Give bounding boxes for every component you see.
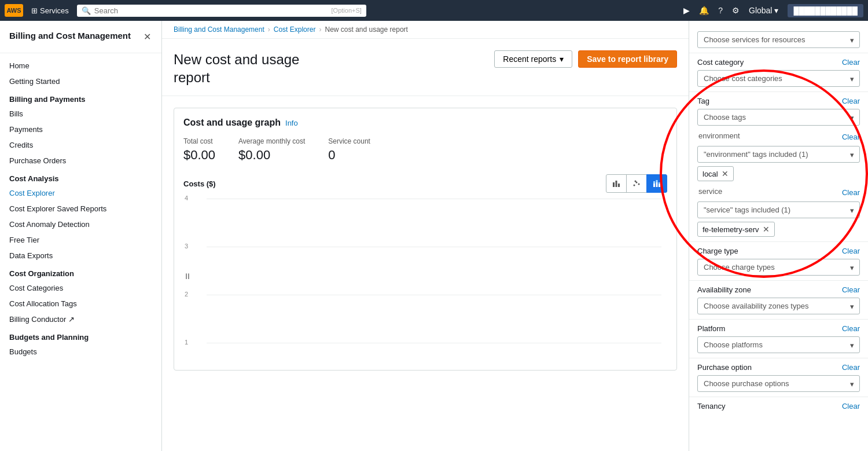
filter-availability-zone-section: Availability zone Clear Choose availabil… — [689, 281, 868, 320]
help-icon[interactable]: ? — [718, 6, 723, 15]
services-select[interactable]: Choose services for resources — [697, 31, 860, 48]
save-to-library-button[interactable]: Save to report library — [578, 50, 677, 68]
sidebar-item-home[interactable]: Home — [0, 58, 161, 74]
sidebar-item-cost-anomaly[interactable]: Cost Anomaly Detection — [0, 217, 161, 232]
search-icon: 🔍 — [82, 6, 91, 15]
account-menu[interactable]: ████████████ — [788, 4, 863, 17]
cost-category-header: Cost category Clear — [697, 58, 860, 67]
search-bar[interactable]: 🔍 [Option+S] — [77, 5, 366, 17]
nav-icons: ▶ 🔔 ? ⚙ Global ▾ ████████████ — [683, 4, 863, 17]
tag-select[interactable]: Choose tags — [697, 109, 860, 126]
service-tag-select[interactable]: "service" tags included (1) — [697, 201, 860, 218]
purchase-option-select[interactable]: Choose purchase options — [697, 375, 860, 392]
bell-icon[interactable]: 🔔 — [699, 6, 709, 15]
svg-rect-7 — [653, 184, 655, 187]
svg-rect-12 — [659, 182, 660, 184]
svg-point-5 — [638, 184, 640, 185]
sidebar-close-button[interactable]: ✕ — [142, 30, 152, 43]
service-count-value: 0 — [328, 148, 370, 163]
environment-tag-remove[interactable]: ✕ — [722, 169, 729, 178]
sidebar-item-cost-explorer-saved[interactable]: Cost Explorer Saved Reports — [0, 201, 161, 217]
scatter-chart-button[interactable] — [626, 174, 647, 193]
total-cost-stat: Total cost $0.00 — [183, 137, 215, 163]
services-button[interactable]: ⊞ Services — [28, 4, 72, 17]
service-tag-select-wrapper: "service" tags included (1) — [697, 201, 860, 218]
info-link[interactable]: Info — [285, 119, 298, 127]
environment-select[interactable]: "environment" tags included (1) — [697, 146, 860, 163]
page-title: New cost and usage report — [174, 50, 299, 86]
sidebar-item-billing-conductor[interactable]: Billing Conductor ↗ — [0, 311, 161, 327]
platform-select[interactable]: Choose platforms — [697, 336, 860, 353]
cost-category-select-wrapper: Choose cost categories — [697, 70, 860, 87]
service-tag-remove[interactable]: ✕ — [763, 225, 770, 234]
service-sub-filter: service Clear "service" tags included (1… — [697, 187, 860, 237]
sidebar-item-free-tier[interactable]: Free Tier — [0, 232, 161, 248]
svg-rect-8 — [653, 181, 655, 184]
recent-reports-button[interactable]: Recent reports ▾ — [494, 50, 572, 68]
tenancy-clear[interactable]: Clear — [842, 402, 860, 410]
settings-icon[interactable]: ⚙ — [732, 6, 740, 15]
svg-rect-10 — [656, 180, 658, 182]
sidebar-nav: Home Getting Started Billing and Payment… — [0, 53, 161, 364]
sidebar-item-data-exports[interactable]: Data Exports — [0, 248, 161, 263]
environment-sub-filter: environment Clear "environment" tags inc… — [697, 131, 860, 181]
region-selector[interactable]: Global ▾ — [749, 6, 778, 15]
service-count-label: Service count — [328, 137, 370, 145]
sidebar-item-credits[interactable]: Credits — [0, 137, 161, 153]
availability-zone-select[interactable]: Choose availability zones types — [697, 298, 860, 314]
bar-chart-button[interactable] — [606, 174, 627, 193]
sidebar-section-cost-org: Cost Organization — [0, 263, 161, 280]
charge-type-select[interactable]: Choose charge types — [697, 259, 860, 276]
sidebar-item-cost-categories[interactable]: Cost Categories — [0, 280, 161, 296]
sidebar-item-cost-explorer[interactable]: Cost Explorer — [0, 185, 161, 201]
top-navigation: AWS ⊞ Services 🔍 [Option+S] ▶ 🔔 ? ⚙ Glob… — [0, 0, 868, 21]
platform-clear[interactable]: Clear — [842, 324, 860, 333]
service-tag-clear[interactable]: Clear — [842, 188, 860, 197]
svg-rect-11 — [659, 184, 660, 187]
charge-type-header: Charge type Clear — [697, 247, 860, 255]
graph-title: Cost and usage graph Info — [183, 118, 667, 128]
main-panel: Cost and usage graph Info Total cost $0.… — [162, 96, 689, 382]
sidebar-item-bills[interactable]: Bills — [0, 106, 161, 122]
total-cost-value: $0.00 — [183, 148, 215, 163]
breadcrumb-cost-explorer[interactable]: Cost Explorer — [274, 25, 316, 34]
charge-type-clear[interactable]: Clear — [842, 247, 860, 255]
service-tag-label: service — [697, 187, 722, 196]
sidebar-item-budgets[interactable]: Budgets — [0, 344, 161, 360]
cost-category-select[interactable]: Choose cost categories — [697, 70, 860, 87]
charge-type-select-wrapper: Choose charge types — [697, 259, 860, 276]
availability-zone-label: Availability zone — [697, 285, 751, 294]
svg-rect-2 — [618, 184, 620, 187]
service-count-stat: Service count 0 — [328, 137, 370, 163]
purchase-option-clear[interactable]: Clear — [842, 363, 860, 372]
chart-type-buttons — [606, 174, 667, 193]
service-tag-chip: fe-telemetry-serv ✕ — [697, 222, 775, 237]
svg-point-6 — [635, 181, 637, 182]
pause-button[interactable]: ⏸ — [183, 272, 192, 281]
dropdown-icon: ▾ — [560, 54, 564, 64]
tag-clear[interactable]: Clear — [842, 97, 860, 105]
sidebar-section-billing-payments: Billing and Payments — [0, 89, 161, 106]
breadcrumb-billing[interactable]: Billing and Cost Management — [174, 25, 264, 34]
filter-cost-category-section: Cost category Clear Choose cost categori… — [689, 53, 868, 92]
platform-header: Platform Clear — [697, 324, 860, 333]
svg-rect-0 — [613, 182, 615, 187]
availability-zone-clear[interactable]: Clear — [842, 285, 860, 294]
chart-grid-line-3: 3 — [207, 247, 661, 247]
environment-clear[interactable]: Clear — [842, 133, 860, 141]
sidebar-item-purchase-orders[interactable]: Purchase Orders — [0, 153, 161, 168]
tag-select-wrapper: Choose tags — [697, 109, 860, 126]
cloudshell-icon[interactable]: ▶ — [683, 6, 690, 15]
breadcrumb-sep-1: › — [268, 25, 270, 34]
svg-rect-9 — [656, 182, 658, 187]
filter-platform-section: Platform Clear Choose platforms — [689, 320, 868, 358]
filter-tenancy-section: Tenancy Clear — [689, 397, 868, 419]
service-tag-header: service Clear — [697, 187, 860, 198]
avg-monthly-cost-stat: Average monthly cost $0.00 — [238, 137, 305, 163]
stacked-bar-chart-button[interactable] — [646, 174, 667, 193]
sidebar-item-cost-allocation-tags[interactable]: Cost Allocation Tags — [0, 296, 161, 311]
cost-category-clear[interactable]: Clear — [842, 58, 860, 67]
search-input[interactable] — [94, 6, 328, 15]
sidebar-item-payments[interactable]: Payments — [0, 122, 161, 137]
sidebar-item-getting-started[interactable]: Getting Started — [0, 74, 161, 89]
